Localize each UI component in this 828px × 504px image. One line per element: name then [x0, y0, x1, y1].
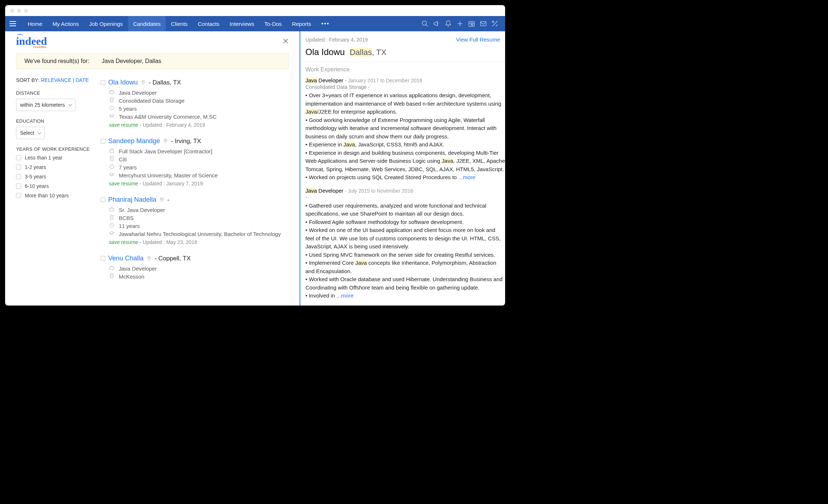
briefcase-icon — [109, 89, 114, 96]
result-checkbox[interactable] — [101, 139, 105, 143]
distance-label: DISTANCE — [16, 90, 99, 96]
nav-reports[interactable]: Reports — [287, 16, 316, 31]
job-block: Java Developer - July 2015 to November 2… — [305, 188, 505, 300]
bell-icon[interactable] — [442, 16, 454, 31]
nav-my-actions[interactable]: My Actions — [47, 16, 84, 31]
result-title: Full Stack Java Developer [Contractor] — [109, 148, 293, 154]
sort-relevance[interactable]: RELEVANCE — [41, 77, 71, 83]
years-option[interactable]: More than 10 years — [16, 193, 99, 198]
nav-more-icon[interactable]: ••• — [316, 20, 335, 27]
save-resume-link[interactable]: save resume — [109, 181, 138, 186]
years-option[interactable]: Less than 1 year — [16, 155, 99, 161]
result-name-link[interactable]: Phaniraj Nadella — [108, 196, 156, 204]
clock-icon — [109, 223, 114, 229]
result-company: McKesson — [109, 273, 293, 280]
search-icon[interactable] — [419, 16, 431, 31]
result-education: Mercyhurst University, Master of Science — [109, 172, 293, 178]
banner-query: Java Developer, Dallas — [102, 58, 161, 64]
resume-detail-pane: Updated : February 4, 2019 View Full Res… — [300, 31, 505, 306]
nav-interviews[interactable]: Interviews — [224, 16, 259, 31]
job-title: Java Developer - January 2017 to Decembe… — [305, 77, 505, 83]
result-company: Consolidated Data Storage — [109, 97, 293, 104]
updated-text: - Updated : February 4, 2019 — [138, 122, 205, 128]
svg-rect-28 — [110, 215, 113, 219]
result-name-link[interactable]: Venu Challa — [108, 255, 144, 262]
grad-icon — [109, 172, 114, 178]
save-resume-link[interactable]: save resume — [109, 122, 138, 128]
briefcase-icon — [109, 206, 114, 213]
pin-icon — [163, 138, 168, 144]
svg-point-8 — [143, 81, 144, 82]
checkbox-icon[interactable] — [16, 155, 21, 160]
result-years: 5 years — [109, 105, 293, 112]
result-location: - Irving, TX — [171, 138, 201, 145]
briefcase-icon — [109, 148, 114, 154]
education-select[interactable]: Select — [16, 127, 45, 139]
result-location: - Coppell, TX — [155, 255, 191, 262]
traffic-light-close[interactable] — [10, 9, 14, 13]
checkbox-icon[interactable] — [16, 184, 21, 189]
years-option[interactable]: 6-10 years — [16, 183, 99, 189]
svg-rect-36 — [110, 267, 114, 270]
pane-pointer-icon — [300, 108, 300, 115]
announce-icon[interactable] — [431, 16, 442, 31]
svg-rect-27 — [110, 208, 114, 211]
nav-to-dos[interactable]: To-Dos — [259, 16, 287, 31]
top-navbar: HomeMy ActionsJob OpeningsCandidatesClie… — [5, 16, 505, 31]
grad-icon — [109, 231, 114, 237]
grad-icon — [109, 113, 114, 120]
nav-candidates[interactable]: Candidates — [128, 16, 166, 31]
result-education: Texas A&M University Commerce, M.SC — [109, 113, 293, 120]
candidate-name: Ola Idowu Dallas, TX — [305, 47, 505, 57]
result-title: Java Developer — [109, 265, 293, 272]
result-checkbox[interactable] — [101, 80, 105, 85]
result-card: Sandeep Mandge- Irving, TXFull Stack Jav… — [99, 134, 294, 193]
years-option[interactable]: 3-5 years — [16, 174, 99, 180]
svg-line-1 — [426, 25, 428, 27]
building-icon — [109, 156, 114, 162]
filter-sidebar: SORT BY: RELEVANCE | DATE DISTANCE withi… — [5, 69, 99, 306]
svg-point-17 — [165, 140, 166, 141]
education-label: EDUCATION — [16, 118, 99, 124]
checkbox-icon[interactable] — [16, 165, 21, 170]
mail-icon[interactable] — [477, 16, 489, 31]
result-years: 11 years — [109, 223, 293, 229]
result-name-link[interactable]: Sandeep Mandge — [108, 137, 160, 145]
more-link[interactable]: ...more — [458, 174, 476, 180]
result-name-link[interactable]: Ola Idowu — [108, 79, 138, 86]
calendar-icon[interactable]: 31 — [466, 16, 477, 31]
nav-contacts[interactable]: Contacts — [193, 16, 224, 31]
save-resume-link[interactable]: save resume — [109, 239, 138, 245]
result-card: Venu Challa- Coppell, TXJava DeveloperMc… — [99, 252, 294, 286]
traffic-light-min[interactable] — [17, 9, 21, 13]
years-option[interactable]: 1-2 years — [16, 164, 99, 170]
result-checkbox[interactable] — [101, 256, 105, 261]
job-bullets: • Over 3+years of IT experience in vario… — [305, 91, 505, 182]
view-full-resume-link[interactable]: View Full Resume — [456, 36, 500, 43]
close-icon[interactable]: × — [283, 35, 289, 47]
result-company: BCBS — [109, 214, 293, 221]
window-titlebar — [5, 5, 505, 16]
svg-rect-10 — [110, 98, 113, 102]
result-checkbox[interactable] — [101, 197, 105, 202]
updated-text: - Updated : January 7, 2019 — [138, 181, 203, 186]
nav-home[interactable]: Home — [23, 16, 47, 31]
nav-clients[interactable]: Clients — [166, 16, 193, 31]
tools-icon[interactable] — [489, 16, 501, 31]
svg-point-0 — [422, 21, 427, 25]
hamburger-icon[interactable] — [9, 21, 16, 26]
job-bullets: • Gathered user requirements, analyzed a… — [305, 202, 505, 300]
distance-select[interactable]: within 25 kilometers — [16, 99, 75, 111]
svg-text:31: 31 — [471, 23, 474, 26]
checkbox-icon[interactable] — [16, 193, 21, 198]
checkbox-icon[interactable] — [16, 174, 21, 179]
traffic-light-max[interactable] — [24, 9, 28, 13]
results-banner: We've found result(s) for: Java Develope… — [16, 53, 289, 69]
sort-date[interactable]: DATE — [75, 77, 89, 83]
more-link[interactable]: ...more — [336, 292, 354, 299]
result-card: Ola Idowu- Dallas, TXJava DeveloperConso… — [99, 76, 294, 134]
nav-job-openings[interactable]: Job Openings — [84, 16, 128, 31]
years-label: YEARS OF WORK EXPERIENCE — [16, 146, 99, 152]
plus-icon[interactable] — [454, 16, 466, 31]
job-block: Java Developer - January 2017 to Decembe… — [305, 77, 505, 182]
